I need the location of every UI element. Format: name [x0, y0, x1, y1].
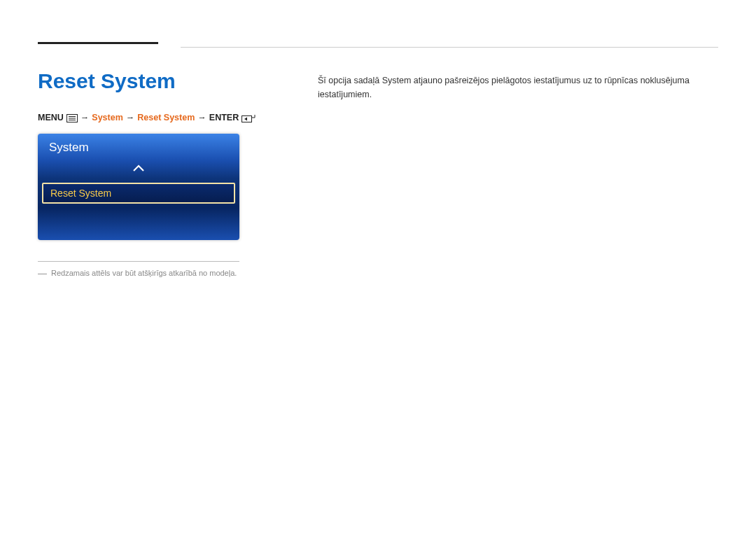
breadcrumb-sep: → — [80, 113, 90, 122]
breadcrumb-path-1: System — [92, 113, 122, 122]
breadcrumb-enter-label: ENTER — [209, 113, 239, 122]
breadcrumb-sep: → — [126, 113, 135, 122]
footnote: ― Redzamais attēls var būt atšķirīgs atk… — [38, 269, 276, 277]
breadcrumb-sep: → — [197, 113, 206, 122]
menu-icon — [66, 113, 78, 122]
footnote-text: Redzamais attēls var būt atšķirīgs atkar… — [51, 269, 237, 277]
page-title: Reset System — [38, 69, 276, 93]
svg-marker-5 — [244, 117, 247, 120]
description-text: Šī opcija sadaļā System atjauno pašreizē… — [318, 73, 718, 101]
osd-panel: System Reset System — [38, 134, 239, 240]
footnote-separator — [38, 261, 239, 262]
breadcrumb: MENU → System → Reset System → ENTER — [38, 113, 276, 122]
osd-header: System — [38, 134, 239, 160]
breadcrumb-menu-label: MENU — [38, 113, 64, 122]
breadcrumb-path-2: Reset System — [137, 113, 195, 122]
footnote-dash: ― — [38, 269, 47, 277]
osd-item-reset-system[interactable]: Reset System — [42, 183, 235, 204]
chevron-up-icon — [132, 164, 145, 173]
accent-bar — [38, 42, 158, 44]
osd-footer — [38, 208, 239, 240]
enter-icon — [241, 113, 255, 122]
divider — [181, 47, 718, 48]
osd-scroll-up[interactable] — [38, 160, 239, 178]
